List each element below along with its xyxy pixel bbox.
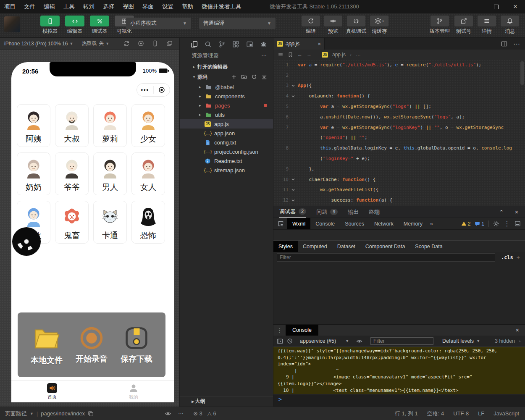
console-filter-input[interactable]: [370, 337, 433, 345]
action-真机调试[interactable]: 真机调试: [346, 16, 366, 35]
nav-forward-icon[interactable]: →: [307, 52, 312, 58]
exit-button[interactable]: [154, 87, 170, 93]
refresh-icon[interactable]: [251, 74, 257, 80]
action-版本管理[interactable]: 版本管理: [430, 16, 450, 35]
phone-action-开始录音[interactable]: 开始录音: [76, 326, 108, 365]
copy-icon[interactable]: [88, 411, 94, 417]
clear-console-icon[interactable]: [287, 338, 293, 344]
phone-action-保存下载[interactable]: 保存下载: [121, 326, 152, 365]
close-console-icon[interactable]: ×: [516, 327, 525, 333]
toggle-button[interactable]: [90, 16, 109, 26]
console-tab[interactable]: Console: [286, 325, 318, 336]
debugger-tab-问题[interactable]: 问题9: [316, 206, 338, 218]
editor-more-icon[interactable]: ⋯: [513, 40, 520, 48]
compile-mode-dropdown[interactable]: 普通编译 ▼: [199, 18, 276, 29]
action-button[interactable]: [454, 16, 473, 26]
device-frame-icon[interactable]: [152, 40, 158, 47]
tree-item-project.config.json[interactable]: {..}project.config.json: [180, 147, 273, 156]
code-line[interactable]: 9},: [273, 164, 525, 174]
close-tab-icon[interactable]: ×: [318, 41, 321, 47]
devtools-tab-Sources[interactable]: Sources: [340, 218, 369, 229]
status-item-1[interactable]: 空格: 4: [427, 407, 444, 420]
editor-scrollbar[interactable]: [520, 61, 524, 85]
hot-reload-label[interactable]: 热重载: [81, 40, 97, 47]
debugger-tab-调试器[interactable]: 调试器2: [279, 206, 306, 218]
tree-item-components[interactable]: ▸components: [180, 92, 273, 101]
toggle-调试器[interactable]: 调试器: [90, 16, 109, 35]
phone-tab-首页[interactable]: 首页: [11, 381, 93, 402]
menu-item-6[interactable]: 视图: [118, 0, 138, 13]
action-button[interactable]: ▾: [370, 16, 388, 26]
problems-summary[interactable]: ⊗ 3 △ 6: [193, 407, 216, 420]
nav-back-icon[interactable]: ←: [297, 52, 302, 58]
status-item-0[interactable]: 行 1, 列 1: [395, 407, 418, 420]
menu-item-9[interactable]: 帮助: [178, 0, 197, 13]
bookmark-icon[interactable]: [288, 52, 293, 58]
code-line[interactable]: 8this.globalData.loginKey = e, this.glob…: [273, 143, 525, 153]
action-button[interactable]: [501, 16, 519, 26]
devtools-tab-Console[interactable]: Console: [310, 218, 340, 229]
voice-card-少女[interactable]: 少女: [131, 104, 165, 147]
music-disc-button[interactable]: [12, 227, 41, 256]
breadcrumb-more[interactable]: …: [356, 52, 361, 58]
detach-window-icon[interactable]: [166, 40, 173, 47]
code-line[interactable]: ("loginKey=" + e);: [273, 153, 525, 164]
debugger-tab-终端[interactable]: 终端: [369, 206, 380, 218]
fold-toggle-icon[interactable]: [291, 198, 298, 202]
outline-section[interactable]: ▸ 大纲: [180, 396, 273, 406]
editor-tab-appjs[interactable]: JS app.js ×: [273, 38, 325, 50]
code-line[interactable]: 10claerCache: function() {: [273, 174, 525, 185]
add-style-icon[interactable]: +: [513, 254, 525, 261]
fold-toggle-icon[interactable]: [291, 177, 298, 181]
styles-filter-input[interactable]: [277, 253, 495, 262]
tree-item-sitemap.json[interactable]: {..}sitemap.json: [180, 165, 273, 175]
fold-toggle-icon[interactable]: [291, 94, 298, 98]
source-control-icon[interactable]: [218, 41, 226, 48]
voice-card-卡通[interactable]: 卡通: [93, 201, 127, 244]
action-button[interactable]: [430, 16, 449, 26]
voice-card-萝莉[interactable]: 萝莉: [93, 104, 127, 147]
eye-icon[interactable]: [165, 410, 171, 417]
action-button[interactable]: [302, 16, 320, 26]
menu-item-8[interactable]: 设置: [158, 0, 178, 13]
source-section[interactable]: ▾ 源码: [180, 72, 273, 81]
code-line[interactable]: 4onLaunch: function() {: [273, 91, 525, 101]
menu-item-2[interactable]: 编辑: [39, 0, 59, 13]
action-button[interactable]: [347, 16, 365, 26]
menu-item-7[interactable]: 界面: [138, 0, 158, 13]
more-button[interactable]: •••: [137, 88, 153, 92]
devtools-tab-Network[interactable]: Network: [369, 218, 399, 229]
cls-toggle[interactable]: .cls: [501, 255, 513, 260]
code-line[interactable]: ("openid") || "";: [273, 133, 525, 143]
console-sidebar-icon[interactable]: [277, 338, 283, 344]
styles-tab-Computed[interactable]: Computed: [298, 241, 332, 252]
code-line[interactable]: 7var e = wx.getStorageSync("loginKey") |…: [273, 122, 525, 133]
code-line[interactable]: 3App({: [273, 81, 525, 91]
code-line[interactable]: 1var a = require("./utils/md5.js"), e = …: [273, 60, 525, 70]
breadcrumb-file[interactable]: app.js: [332, 52, 346, 58]
toggle-模拟器[interactable]: 模拟器: [40, 16, 60, 35]
voice-card-女人[interactable]: 女人: [131, 152, 165, 195]
new-folder-icon[interactable]: [241, 74, 247, 80]
kebab-menu-icon[interactable]: ⋮: [504, 220, 510, 228]
extensions-icon[interactable]: [232, 41, 239, 48]
tree-item-app.json[interactable]: {..}app.json: [180, 129, 273, 138]
action-详情[interactable]: 详情: [478, 16, 496, 35]
hot-reload-state[interactable]: 关: [99, 40, 104, 47]
list-icon[interactable]: [278, 52, 284, 58]
status-item-3[interactable]: LF: [478, 407, 484, 420]
toggle-编辑器[interactable]: 编辑器: [65, 16, 84, 35]
device-selector[interactable]: iPhone 12/13 (Pro) 100% 16: [4, 41, 68, 47]
maximize-button[interactable]: [486, 0, 506, 13]
status-item-2[interactable]: UTF-8: [453, 407, 469, 420]
voice-card-鬼畜[interactable]: 鬼畜: [55, 201, 89, 244]
message-count[interactable]: 1: [475, 221, 484, 227]
wxml-tree-area[interactable]: [273, 230, 525, 241]
rotate-icon[interactable]: [123, 40, 130, 47]
new-file-icon[interactable]: [231, 74, 237, 80]
split-editor-icon[interactable]: [501, 41, 507, 47]
dock-side-icon[interactable]: [514, 220, 521, 227]
styles-tab-Styles[interactable]: Styles: [273, 241, 298, 252]
code-line[interactable]: 6a.unshift(Date.now()), wx.setStorageSyn…: [273, 112, 525, 122]
search-icon[interactable]: [205, 41, 212, 48]
